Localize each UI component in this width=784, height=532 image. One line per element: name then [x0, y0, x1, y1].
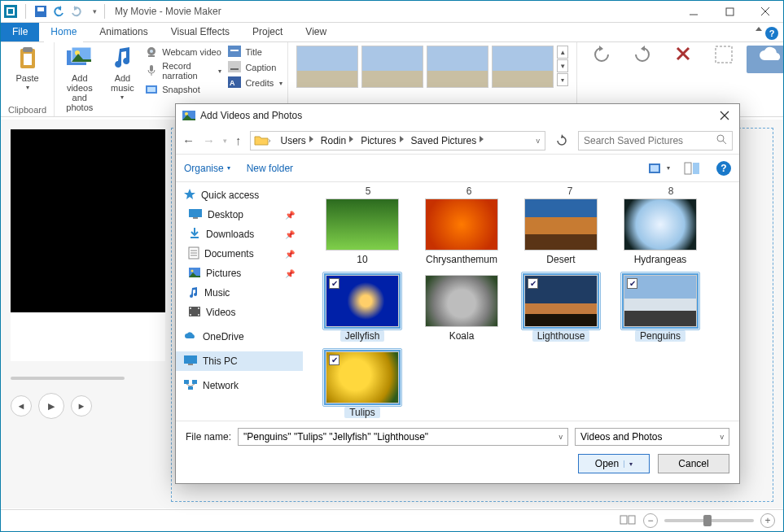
breadcrumb-seg[interactable]: Saved Pictures — [403, 132, 484, 150]
next-button[interactable]: ► — [71, 395, 92, 416]
close-button[interactable] — [747, 1, 783, 23]
zoom-in-button[interactable]: + — [760, 513, 775, 528]
new-folder-button[interactable]: New folder — [247, 163, 293, 174]
file-item[interactable]: Koala — [417, 275, 506, 342]
tab-animations[interactable]: Animations — [88, 23, 159, 41]
refresh-button[interactable] — [554, 133, 570, 149]
nav-videos[interactable]: Videos — [176, 303, 303, 322]
nav-network[interactable]: Network — [176, 376, 303, 395]
redo-icon[interactable] — [70, 5, 83, 18]
checkbox-icon[interactable]: ✔ — [627, 278, 637, 289]
gallery-up-icon[interactable]: ▲ — [557, 46, 568, 59]
transition-thumb[interactable] — [492, 46, 554, 88]
view-switch-icon[interactable] — [620, 514, 637, 528]
file-item[interactable]: ✔Tulips — [318, 351, 407, 418]
file-item[interactable]: Chrysanthemum — [417, 198, 506, 265]
transitions-gallery[interactable]: ▲ ▼ ▾ — [293, 46, 572, 104]
tab-visual-effects[interactable]: Visual Effects — [160, 23, 241, 41]
search-icon[interactable] — [716, 133, 727, 147]
breadcrumb-seg[interactable]: Pictures — [353, 132, 402, 150]
nav-documents[interactable]: Documents📌 — [176, 244, 303, 264]
column-header[interactable]: 6 — [418, 185, 519, 198]
title-button[interactable]: Title — [228, 46, 283, 59]
open-split-icon[interactable]: ▾ — [624, 460, 633, 468]
snapshot-button[interactable]: Snapshot — [145, 83, 221, 96]
qat-dropdown-icon[interactable]: ▾ — [88, 5, 101, 18]
breadcrumb-seg[interactable]: Users — [273, 132, 313, 150]
filter-dropdown-icon[interactable]: v — [720, 433, 725, 441]
tab-file[interactable]: File — [1, 23, 39, 41]
webcam-video-button[interactable]: Webcam video — [145, 46, 221, 59]
nav-back-button[interactable]: ← — [182, 133, 195, 147]
minimize-button[interactable] — [676, 1, 712, 23]
cloud-button[interactable] — [747, 46, 784, 73]
breadcrumb[interactable]: › Users Rodin Pictures Saved Pictures v — [250, 131, 546, 150]
remove-button[interactable] — [665, 46, 701, 73]
file-item[interactable]: ✔Penguins — [615, 275, 705, 342]
nav-this-pc[interactable]: This PC — [176, 351, 303, 371]
add-music-button[interactable]: Add music ▾ — [107, 46, 139, 102]
search-input[interactable] — [584, 135, 716, 146]
file-item[interactable]: ✔Jellyfish — [318, 275, 407, 342]
help-icon[interactable]: ? — [765, 27, 778, 40]
column-header[interactable]: 8 — [620, 185, 721, 198]
file-item[interactable]: 10 — [318, 198, 407, 265]
select-all-button[interactable] — [706, 46, 742, 73]
column-header[interactable]: 7 — [519, 185, 620, 198]
transition-thumb[interactable] — [361, 46, 423, 88]
timeline-slider[interactable] — [11, 370, 165, 386]
checkbox-icon[interactable]: ✔ — [329, 278, 339, 289]
cancel-button[interactable]: Cancel — [658, 454, 729, 473]
nav-downloads[interactable]: Downloads📌 — [176, 225, 303, 244]
checkbox-icon[interactable]: ✔ — [329, 355, 339, 365]
filename-input[interactable]: "Penguins" "Tulips" "Jellyfish" "Lightho… — [238, 428, 568, 446]
save-icon[interactable] — [34, 5, 47, 18]
maximize-button[interactable] — [712, 1, 747, 23]
prev-button[interactable]: ◄ — [11, 395, 32, 416]
rotate-left-button[interactable] — [584, 46, 620, 73]
transition-thumb[interactable] — [427, 46, 488, 88]
zoom-out-button[interactable]: − — [643, 513, 658, 528]
ribbon-collapse-icon[interactable] — [756, 27, 762, 31]
play-button[interactable]: ▶ — [38, 393, 64, 419]
checkbox-icon[interactable]: ✔ — [528, 278, 538, 289]
column-header[interactable]: 5 — [318, 185, 418, 198]
nav-pictures[interactable]: Pictures📌 — [176, 264, 303, 283]
nav-forward-button[interactable]: → — [203, 133, 215, 147]
credits-button[interactable]: ACredits▾ — [228, 76, 283, 89]
tab-project[interactable]: Project — [241, 23, 294, 41]
breadcrumb-seg[interactable]: Rodin — [313, 132, 353, 150]
undo-icon[interactable] — [52, 5, 65, 18]
tab-home[interactable]: Home — [39, 23, 88, 41]
nav-recent-dropdown[interactable]: ▾ — [223, 137, 227, 145]
nav-onedrive[interactable]: OneDrive — [176, 327, 303, 347]
search-box[interactable] — [578, 131, 733, 150]
nav-desktop[interactable]: Desktop📌 — [176, 205, 303, 225]
nav-quick-access[interactable]: Quick access — [176, 185, 303, 205]
view-mode-button[interactable]: ▾ — [651, 161, 668, 176]
tab-view[interactable]: View — [294, 23, 338, 41]
dialog-help-icon[interactable]: ? — [716, 161, 731, 176]
filetype-filter[interactable]: Videos and Photos v — [575, 428, 729, 446]
add-videos-photos-button[interactable]: Add videos and photos — [59, 46, 100, 112]
record-narration-button[interactable]: Record narration▾ — [145, 61, 221, 81]
dialog-close-button[interactable] — [715, 107, 734, 124]
paste-button[interactable]: Paste ▾ — [3, 46, 52, 93]
nav-music[interactable]: Music — [176, 283, 303, 303]
open-button[interactable]: Open ▾ — [578, 454, 650, 473]
filename-dropdown-icon[interactable]: v — [559, 433, 563, 441]
gallery-down-icon[interactable]: ▼ — [557, 59, 568, 72]
breadcrumb-dropdown-icon[interactable]: v — [532, 137, 545, 145]
transition-thumb[interactable] — [296, 46, 358, 88]
preview-pane-button[interactable] — [684, 161, 700, 176]
file-item[interactable]: Hydrangeas — [615, 198, 705, 265]
file-item[interactable]: ✔Lighthouse — [516, 275, 606, 342]
caption-button[interactable]: Caption — [228, 61, 283, 74]
zoom-slider[interactable] — [664, 519, 754, 522]
file-label: Chrysanthemum — [426, 254, 497, 265]
organise-menu[interactable]: Organise▾ — [184, 163, 230, 174]
nav-up-button[interactable]: ↑ — [235, 133, 242, 147]
rotate-right-button[interactable] — [624, 46, 660, 73]
gallery-more-icon[interactable]: ▾ — [557, 73, 568, 86]
file-item[interactable]: Desert — [516, 198, 606, 265]
